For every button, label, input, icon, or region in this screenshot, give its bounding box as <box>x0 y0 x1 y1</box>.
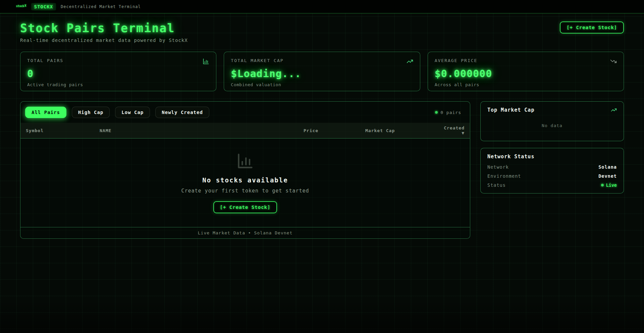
page-subtitle: Real-time decentralized market data powe… <box>20 38 188 43</box>
empty-state: No stocks available Create your first to… <box>20 138 470 227</box>
stat-value: $Loading... <box>231 68 413 79</box>
stat-value: $0.000000 <box>435 68 617 79</box>
stat-label: AVERAGE PRICE <box>435 58 478 63</box>
status-dot-icon <box>435 111 438 114</box>
create-stock-button[interactable]: [+ Create Stock] <box>560 21 624 34</box>
table-header: Symbol NAME Price Market Cap Created ▼ <box>20 123 470 138</box>
network-status-title: Network Status <box>487 154 617 160</box>
stat-card-total-pairs: TOTAL PAIRS 0 Active trading pairs <box>20 52 216 91</box>
tab-newly-created[interactable]: Newly Created <box>155 107 209 118</box>
empty-state-title: No stocks available <box>202 176 288 184</box>
no-data-label: No data <box>487 123 617 128</box>
stat-card-total-market-cap: TOTAL MARKET CAP $Loading... Combined va… <box>224 52 420 91</box>
stats-row: TOTAL PAIRS 0 Active trading pairs TOTAL… <box>20 52 624 91</box>
page-header: Stock Pairs Terminal Real-time decentral… <box>20 21 624 43</box>
empty-state-subtitle: Create your first token to get started <box>181 188 309 194</box>
page-title: Stock Pairs Terminal <box>20 21 188 35</box>
stat-card-average-price: AVERAGE PRICE $0.000000 Across all pairs <box>428 52 624 91</box>
trending-up-icon <box>407 58 413 65</box>
stockx-logo-icon: stockX <box>16 5 26 8</box>
stat-sub: Combined valuation <box>231 82 413 87</box>
sort-desc-icon: ▼ <box>462 130 465 135</box>
brand-badge: STOCKX <box>31 3 56 10</box>
top-market-cap-title: Top Market Cap <box>487 107 534 113</box>
pairs-count-badge: 0 pairs <box>435 110 461 115</box>
live-status-badge: Live <box>601 182 617 188</box>
tab-low-cap[interactable]: Low Cap <box>115 107 150 118</box>
tab-high-cap[interactable]: High Cap <box>72 107 110 118</box>
stat-value: 0 <box>27 68 209 79</box>
topbar-subtitle: Decentralized Market Terminal <box>61 4 141 9</box>
bar-chart-empty-icon <box>236 152 254 170</box>
panel-footer: Live Market Data • Solana Devnet <box>20 227 470 238</box>
logo-x: X <box>24 4 26 7</box>
environment-row: Environment Devnet <box>487 173 617 179</box>
status-row: Status Live <box>487 182 617 188</box>
stat-sub: Across all pairs <box>435 82 617 87</box>
top-market-cap-card: Top Market Cap No data <box>480 101 624 141</box>
tab-all-pairs[interactable]: All Pairs <box>25 107 66 118</box>
sidebar: Top Market Cap No data Network Status Ne… <box>480 101 624 193</box>
network-status-card: Network Status Network Solana Environmen… <box>480 148 624 193</box>
logo-text: stock <box>16 5 24 8</box>
stat-sub: Active trading pairs <box>27 82 209 87</box>
column-header-market-cap[interactable]: Market Cap <box>365 128 441 133</box>
column-header-name[interactable]: NAME <box>100 128 304 133</box>
column-header-price[interactable]: Price <box>304 128 365 133</box>
column-header-created[interactable]: Created ▼ <box>441 125 465 135</box>
stat-label: TOTAL MARKET CAP <box>231 58 283 63</box>
bar-chart-icon <box>203 58 209 65</box>
stat-label: TOTAL PAIRS <box>27 58 63 63</box>
trending-up-icon <box>611 107 617 113</box>
market-panel: All Pairs High Cap Low Cap Newly Created… <box>20 101 470 239</box>
tabs-bar: All Pairs High Cap Low Cap Newly Created… <box>20 102 470 123</box>
topbar: stockX STOCKX Decentralized Market Termi… <box>0 0 644 13</box>
column-header-symbol[interactable]: Symbol <box>26 128 100 133</box>
empty-create-stock-button[interactable]: [+ Create Stock] <box>213 201 277 213</box>
pairs-count-label: 0 pairs <box>440 110 461 115</box>
network-row: Network Solana <box>487 164 617 170</box>
live-dot-icon <box>601 184 604 186</box>
trending-down-icon <box>610 58 617 65</box>
